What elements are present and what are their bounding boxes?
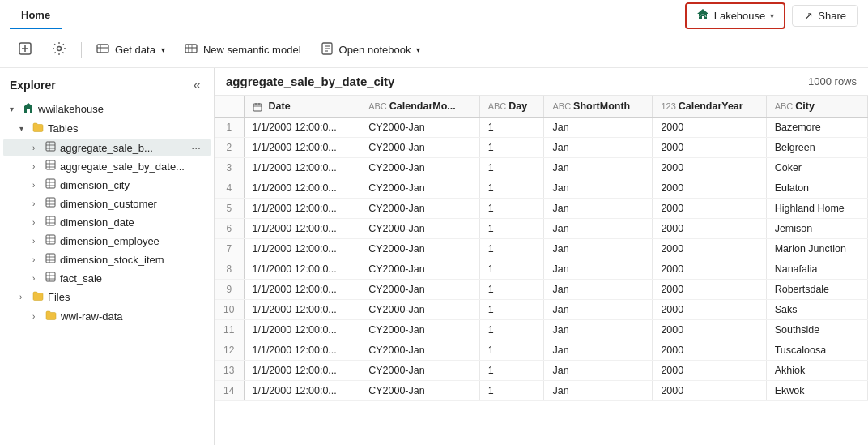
open-notebook-chevron-icon: ▾ [416, 45, 420, 54]
sidebar-header: Explorer « [0, 68, 214, 99]
day-cell: 1 [479, 280, 544, 300]
table-icon-4 [45, 197, 56, 210]
calendar-mo-cell: CY2000-Jan [360, 320, 480, 340]
tree-chevron-aggregate-by-date: › [32, 162, 42, 171]
date-cell: 1/1/2000 12:00:0... [244, 219, 360, 239]
table-row: 2 1/1/2000 12:00:0... CY2000-Jan 1 Jan 2… [215, 138, 868, 158]
lakehouse-label: Lakehouse [714, 10, 766, 22]
day-cell: 1 [479, 381, 544, 401]
calendar-year-cell: 2000 [653, 239, 766, 259]
tree-item-dimension-stock-item[interactable]: › dimension_stock_item [3, 250, 211, 268]
city-type-badge: ABC [775, 101, 794, 111]
calendar-mo-cell: CY2000-Jan [360, 259, 480, 280]
table-row: 9 1/1/2000 12:00:0... CY2000-Jan 1 Jan 2… [215, 280, 868, 300]
table-row: 14 1/1/2000 12:00:0... CY2000-Jan 1 Jan … [215, 381, 868, 401]
tree-item-dimension-date[interactable]: › dimension_date [3, 213, 211, 231]
aggregate-sale-b-more-button[interactable]: ··· [188, 141, 204, 154]
col-header-calendar-year: 123CalendarYear [653, 96, 766, 118]
tree-chevron-aggregate-b: › [32, 143, 42, 152]
city-cell: Belgreen [766, 138, 867, 158]
day-cell: 1 [479, 340, 544, 361]
calendar-year-cell: 2000 [653, 178, 766, 199]
tree-chevron-dimension-city: › [32, 181, 42, 190]
table-row: 4 1/1/2000 12:00:0... CY2000-Jan 1 Jan 2… [215, 178, 868, 199]
short-month-cell: Jan [544, 320, 653, 340]
tree-item-files[interactable]: › Files [3, 288, 211, 306]
short-month-cell: Jan [544, 361, 653, 381]
city-cell: Nanafalia [766, 259, 867, 280]
table-header-row: Date ABCCalendarMo... ABCDay ABCShortMon… [215, 96, 868, 118]
get-data-button[interactable]: Get data ▾ [88, 38, 173, 62]
calendar-mo-cell: CY2000-Jan [360, 239, 480, 259]
dimension-stock-item-label: dimension_stock_item [60, 254, 204, 266]
calendar-year-cell: 2000 [653, 280, 766, 300]
table-row: 12 1/1/2000 12:00:0... CY2000-Jan 1 Jan … [215, 340, 868, 361]
table-icon-6 [45, 234, 56, 247]
calyear-type-badge: 123 [661, 101, 675, 111]
tree-item-dimension-employee[interactable]: › dimension_employee [3, 232, 211, 250]
top-bar: Home Lakehouse ▾ ↗ Share [0, 0, 868, 32]
tree-item-fact-sale[interactable]: › fact_sale [3, 269, 211, 287]
date-cell: 1/1/2000 12:00:0... [244, 239, 360, 259]
day-cell: 1 [479, 219, 544, 239]
day-cell: 1 [479, 178, 544, 199]
tree-item-wwilakehouse[interactable]: ▾ wwilakehouse [3, 100, 211, 118]
table-row: 8 1/1/2000 12:00:0... CY2000-Jan 1 Jan 2… [215, 259, 868, 280]
svg-rect-43 [46, 272, 55, 281]
lakehouse-chevron-icon: ▾ [770, 11, 774, 20]
date-cell: 1/1/2000 12:00:0... [244, 178, 360, 199]
tree-item-aggregate-sale-b[interactable]: › aggregate_sale_b... ··· [3, 139, 211, 156]
city-cell: Tuscaloosa [766, 340, 867, 361]
col-header-date: Date [244, 96, 360, 118]
dimension-city-label: dimension_city [60, 179, 204, 191]
tree-item-dimension-city[interactable]: › dimension_city [3, 176, 211, 194]
calendar-year-cell: 2000 [653, 361, 766, 381]
calendar-year-cell: 2000 [653, 320, 766, 340]
sidebar-collapse-button[interactable]: « [190, 76, 204, 94]
city-cell: Ekwok [766, 381, 867, 401]
short-month-cell: Jan [544, 280, 653, 300]
calendar-mo-cell: CY2000-Jan [360, 280, 480, 300]
tree-item-wwi-raw-data[interactable]: › wwi-raw-data [3, 307, 211, 326]
folder-tables-icon [32, 122, 44, 135]
tree-item-aggregate-sale-by-date[interactable]: › aggregate_sale_by_date... [3, 157, 211, 175]
lakehouse-button[interactable]: Lakehouse ▾ [685, 2, 786, 29]
new-item-button[interactable] [10, 37, 40, 63]
table-icon-3 [45, 178, 56, 191]
calendar-year-cell: 2000 [653, 118, 766, 138]
share-button[interactable]: ↗ Share [792, 5, 858, 27]
settings-button[interactable] [44, 37, 74, 62]
col-header-day: ABCDay [479, 96, 544, 118]
tree-chevron-files: › [19, 293, 29, 302]
folder-files-icon [32, 290, 44, 304]
calendar-mo-cell: CY2000-Jan [360, 178, 480, 199]
col-header-short-month: ABCShortMonth [544, 96, 653, 118]
row-num-cell: 4 [215, 178, 244, 199]
short-month-cell: Jan [544, 118, 653, 138]
tab-home[interactable]: Home [10, 2, 62, 29]
day-cell: 1 [479, 199, 544, 219]
row-num-header [215, 96, 244, 118]
new-semantic-model-button[interactable]: New semantic model [177, 38, 309, 62]
city-cell: Jemison [766, 219, 867, 239]
short-month-cell: Jan [544, 239, 653, 259]
date-cell: 1/1/2000 12:00:0... [244, 118, 360, 138]
wwilakehouse-label: wwilakehouse [38, 103, 204, 115]
svg-rect-31 [46, 216, 55, 225]
folder-wwi-raw-data-icon [45, 310, 57, 323]
top-bar-left: Home [10, 2, 62, 29]
table-icon-1 [45, 141, 56, 154]
table-wrapper[interactable]: Date ABCCalendarMo... ABCDay ABCShortMon… [215, 96, 868, 445]
date-cell: 1/1/2000 12:00:0... [244, 300, 360, 320]
tree-item-tables[interactable]: ▾ Tables [3, 119, 211, 138]
table-row: 3 1/1/2000 12:00:0... CY2000-Jan 1 Jan 2… [215, 158, 868, 178]
date-cell: 1/1/2000 12:00:0... [244, 361, 360, 381]
open-notebook-button[interactable]: Open notebook ▾ [313, 38, 429, 62]
tree-item-dimension-customer[interactable]: › dimension_customer [3, 195, 211, 212]
date-cell: 1/1/2000 12:00:0... [244, 259, 360, 280]
settings-icon [52, 41, 66, 58]
calendar-year-cell: 2000 [653, 219, 766, 239]
date-type-icon [253, 101, 266, 111]
open-notebook-label: Open notebook [339, 44, 411, 56]
fact-sale-label: fact_sale [60, 272, 204, 285]
